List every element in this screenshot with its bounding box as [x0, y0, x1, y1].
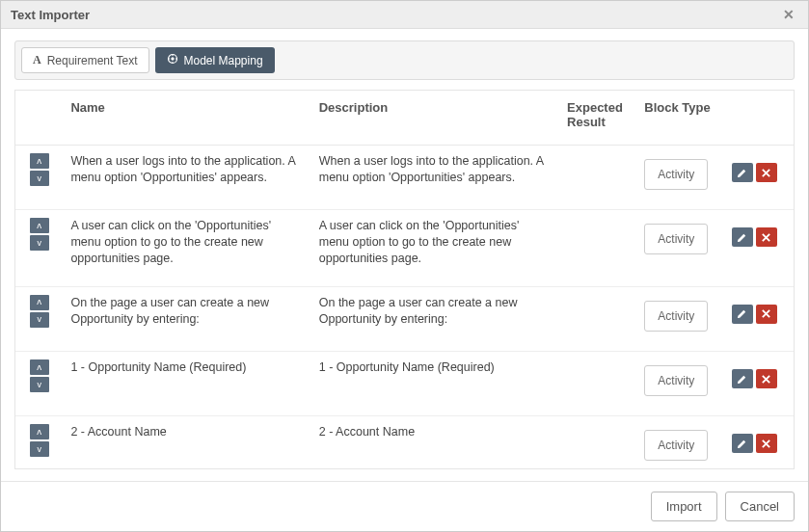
- col-block-type: Block Type: [636, 91, 724, 146]
- blocktype-selector[interactable]: Activity: [644, 224, 708, 254]
- text-icon: A: [33, 53, 41, 67]
- col-actions: [724, 91, 794, 146]
- move-down-button[interactable]: v: [30, 441, 49, 457]
- delete-icon[interactable]: [756, 163, 777, 182]
- tab-requirement-text[interactable]: A Requirement Text: [21, 47, 149, 73]
- move-up-button[interactable]: ʌ: [30, 359, 49, 375]
- mapping-icon: [167, 53, 178, 67]
- dialog-header: Text Importer ✕: [1, 1, 808, 29]
- table-row: ʌvA user can click on the 'Opportunities…: [15, 210, 794, 287]
- move-up-button[interactable]: ʌ: [30, 424, 49, 439]
- edit-icon[interactable]: [732, 369, 753, 388]
- cell-expected: [559, 416, 636, 468]
- table-row: ʌv1 - Opportunity Name (Required)1 - Opp…: [15, 352, 794, 416]
- col-description: Description: [311, 91, 559, 146]
- move-down-button[interactable]: v: [30, 171, 49, 186]
- table-row: ʌv2 - Account Name2 - Account NameActivi…: [15, 416, 794, 468]
- blocktype-selector[interactable]: Activity: [644, 365, 708, 396]
- move-up-button[interactable]: ʌ: [30, 218, 49, 233]
- tab-label: Requirement Text: [47, 54, 138, 67]
- table-row: ʌvWhen a user logs into to the applicati…: [15, 146, 794, 210]
- cell-name: 2 - Account Name: [63, 416, 310, 468]
- move-up-button[interactable]: ʌ: [30, 153, 49, 169]
- tab-label: Model Mapping: [184, 54, 263, 67]
- edit-icon[interactable]: [732, 227, 753, 247]
- tabs-bar: A Requirement Text Model Mapping: [14, 40, 795, 80]
- cell-description: When a user logs into to the application…: [311, 146, 559, 210]
- blocktype-selector[interactable]: Activity: [644, 430, 708, 461]
- svg-point-1: [171, 58, 173, 60]
- delete-icon[interactable]: [756, 227, 777, 247]
- cell-name: When a user logs into to the application…: [63, 146, 310, 210]
- mapping-scroll[interactable]: Name Description Expected Result Block T…: [15, 91, 794, 468]
- delete-icon[interactable]: [756, 434, 777, 453]
- move-down-button[interactable]: v: [30, 377, 49, 392]
- edit-icon[interactable]: [732, 434, 753, 453]
- col-expected-result: Expected Result: [559, 91, 636, 146]
- delete-icon[interactable]: [756, 305, 777, 324]
- text-importer-dialog: Text Importer ✕ A Requirement Text Model…: [0, 0, 809, 532]
- cell-description: A user can click on the 'Opportunities' …: [311, 210, 559, 287]
- close-icon[interactable]: ✕: [779, 7, 798, 22]
- dialog-title: Text Importer: [11, 8, 779, 22]
- table-header-row: Name Description Expected Result Block T…: [15, 91, 794, 146]
- move-up-button[interactable]: ʌ: [30, 295, 49, 310]
- mapping-table: Name Description Expected Result Block T…: [15, 91, 794, 468]
- cell-description: On the page a user can create a new Oppo…: [311, 286, 559, 351]
- move-down-button[interactable]: v: [30, 235, 49, 251]
- table-row: ʌvOn the page a user can create a new Op…: [15, 286, 794, 351]
- cell-expected: [559, 146, 636, 210]
- cell-name: On the page a user can create a new Oppo…: [63, 286, 310, 351]
- move-down-button[interactable]: v: [30, 312, 49, 328]
- cell-expected: [559, 286, 636, 351]
- edit-icon[interactable]: [732, 305, 753, 324]
- col-name: Name: [63, 91, 310, 146]
- tab-model-mapping[interactable]: Model Mapping: [155, 47, 275, 73]
- cancel-button[interactable]: Cancel: [725, 492, 795, 521]
- dialog-footer: Import Cancel: [1, 481, 808, 531]
- cell-name: 1 - Opportunity Name (Required): [63, 352, 310, 416]
- blocktype-selector[interactable]: Activity: [644, 301, 708, 332]
- col-reorder: [15, 91, 63, 146]
- cell-description: 2 - Account Name: [311, 416, 559, 468]
- cell-name: A user can click on the 'Opportunities' …: [63, 210, 310, 287]
- delete-icon[interactable]: [756, 369, 777, 388]
- blocktype-selector[interactable]: Activity: [644, 159, 708, 190]
- dialog-body: A Requirement Text Model Mapping: [1, 29, 808, 481]
- import-button[interactable]: Import: [651, 492, 717, 521]
- edit-icon[interactable]: [732, 163, 753, 182]
- cell-description: 1 - Opportunity Name (Required): [311, 352, 559, 416]
- cell-expected: [559, 352, 636, 416]
- mapping-panel: Name Description Expected Result Block T…: [14, 90, 795, 469]
- cell-expected: [559, 210, 636, 287]
